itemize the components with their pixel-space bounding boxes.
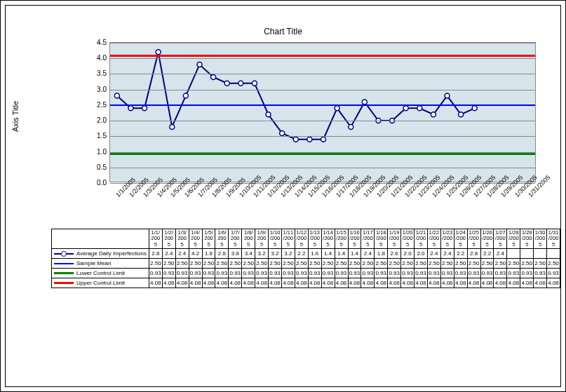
table-col-header: 1/5/2005	[202, 229, 215, 249]
table-cell: 4.08	[467, 278, 480, 288]
table-col-header: 1/30/2005	[534, 229, 547, 249]
table-cell: 2.6	[388, 248, 401, 258]
gridline	[110, 121, 535, 121]
table-cell: 1.4	[335, 248, 348, 258]
table-cell: 3.2	[281, 248, 295, 258]
table-cell: 2.2	[454, 248, 467, 258]
data-marker	[445, 93, 450, 98]
sample-mean-line	[110, 104, 535, 106]
table-cell: 2.50	[149, 258, 162, 268]
table-col-header: 1/8/2005	[242, 229, 255, 249]
table-cell: 0.93	[242, 268, 255, 278]
table-cell: 4.08	[401, 278, 415, 288]
table-cell: 0.93	[269, 268, 282, 278]
table-cell: 2.50	[534, 258, 547, 268]
table-cell: 2.50	[440, 258, 454, 268]
table-cell: 0.93	[427, 268, 440, 278]
table-cell	[520, 248, 534, 258]
table-cell: 0.93	[189, 268, 202, 278]
table-cell: 4.08	[281, 278, 295, 288]
table-cell: 2.50	[229, 258, 242, 268]
table-cell: 2.4	[175, 248, 189, 258]
table-cell: 0.93	[308, 268, 321, 278]
table-cell: 4.2	[189, 248, 202, 258]
data-marker	[472, 106, 477, 111]
table-cell: 2.50	[175, 258, 189, 268]
table-cell: 4.08	[242, 278, 255, 288]
gridline	[110, 168, 535, 168]
data-marker	[156, 50, 161, 55]
table-cell: 2.50	[401, 258, 415, 268]
plot-area	[109, 42, 536, 182]
table-cell: 0.93	[255, 268, 269, 278]
table-cell: 2.4	[427, 248, 440, 258]
upper-control-limit-line	[110, 55, 535, 57]
table-cell: 2.4	[440, 248, 454, 258]
lower-control-limit-line	[110, 153, 535, 155]
gridline	[110, 74, 535, 74]
legend-swatch-ucl-icon	[54, 282, 74, 284]
table-col-header: 1/7/2005	[229, 229, 242, 249]
table-col-header: 1/31/2005	[547, 229, 560, 249]
table-cell: 1.8	[202, 248, 215, 258]
table-col-header: 1/11/2005	[281, 229, 295, 249]
table-cell: 4.08	[215, 278, 229, 288]
table-cell: 2.50	[189, 258, 202, 268]
table-col-header: 1/20/2005	[401, 229, 415, 249]
data-marker	[280, 130, 285, 135]
data-marker	[183, 93, 188, 98]
table-cell: 3.2	[269, 248, 282, 258]
table-cell: 0.93	[454, 268, 467, 278]
table-cell: 0.93	[520, 268, 534, 278]
table-cell: 4.08	[454, 278, 467, 288]
data-marker	[417, 106, 422, 111]
data-marker	[128, 106, 133, 111]
table-col-header: 1/13/2005	[308, 229, 321, 249]
table-col-header: 1/17/2005	[361, 229, 375, 249]
table-cell: 0.93	[348, 268, 361, 278]
table-cell: 2.50	[388, 258, 401, 268]
table-col-header: 1/14/2005	[321, 229, 335, 249]
table-cell: 2.50	[361, 258, 375, 268]
table-cell: 2.50	[507, 258, 520, 268]
table-row-header: Average Daily Imperfections	[52, 248, 149, 258]
table-cell: 4.08	[427, 278, 440, 288]
table-cell: 4.08	[162, 278, 175, 288]
table-col-header: 1/19/2005	[388, 229, 401, 249]
data-marker	[211, 74, 216, 79]
table-cell: 2.50	[202, 258, 215, 268]
table-corner	[52, 229, 149, 249]
table-cell: 4.08	[547, 278, 560, 288]
table-cell: 0.93	[335, 268, 348, 278]
table-cell: 4.08	[202, 278, 215, 288]
data-marker	[293, 137, 298, 142]
y-tick-label: 1.0	[88, 147, 107, 155]
table-cell: 0.93	[388, 268, 401, 278]
table-cell: 4.08	[335, 278, 348, 288]
table-cell: 4.08	[175, 278, 189, 288]
table-col-header: 1/22/2005	[427, 229, 440, 249]
table-cell: 2.2	[480, 248, 494, 258]
table-cell: 2.50	[321, 258, 335, 268]
table-cell: 2.50	[427, 258, 440, 268]
table-cell: 4.08	[149, 278, 162, 288]
table-cell: 0.93	[534, 268, 547, 278]
data-marker	[224, 81, 229, 86]
table-cell	[507, 248, 520, 258]
table-cell: 2.50	[308, 258, 321, 268]
page: Chart Title Axis Title 0.00.51.01.52.02.…	[0, 0, 566, 392]
legend-swatch-mean-icon	[54, 263, 74, 264]
table-col-header: 1/24/2005	[454, 229, 467, 249]
chart-svg	[110, 43, 537, 183]
table-cell: 1.6	[308, 248, 321, 258]
y-axis-title: Axis Title	[11, 101, 20, 132]
table-cell: 4.08	[520, 278, 534, 288]
table-col-header: 1/1/2005	[149, 229, 162, 249]
table-cell: 2.4	[494, 248, 507, 258]
table-cell: 2.50	[375, 258, 388, 268]
data-marker	[170, 125, 175, 130]
table-cell: 4.08	[321, 278, 335, 288]
table-row-header: Lower Control Limit	[52, 268, 149, 278]
data-marker	[335, 106, 339, 111]
table-col-header: 1/9/2005	[255, 229, 269, 249]
